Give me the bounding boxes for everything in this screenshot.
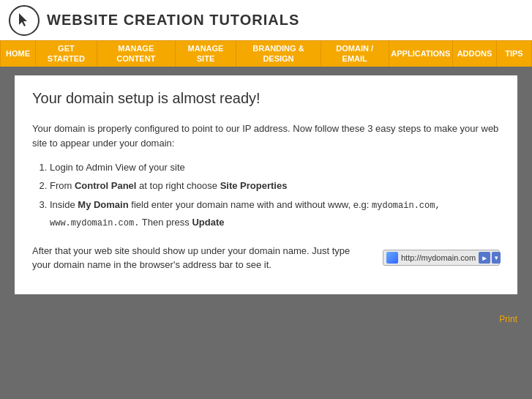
step-2-bold-1: Control Panel xyxy=(75,180,137,191)
browser-address-bar[interactable]: http://mydomain.com ► ▼ xyxy=(383,250,500,266)
main-wrapper: Your domain setup is almost ready! Your … xyxy=(0,67,532,309)
step-3-bold-1: My Domain xyxy=(78,199,128,210)
browser-go-button[interactable]: ► xyxy=(479,252,490,264)
browser-dropdown-button[interactable]: ▼ xyxy=(492,252,501,264)
browser-bar-icon xyxy=(386,252,398,264)
browser-bar-buttons: ► ▼ xyxy=(479,252,501,264)
browser-bar-url[interactable]: http://mydomain.com xyxy=(401,253,476,262)
step-3-bold-2: Update xyxy=(192,217,224,228)
print-link[interactable]: Print xyxy=(499,314,517,324)
footer-bar: Print xyxy=(0,309,532,329)
step-3-code-1: mydomain.com, xyxy=(372,201,441,211)
nav-item-addons[interactable]: ADDONS xyxy=(453,41,497,67)
step-2-bold-2: Site Properties xyxy=(220,180,288,191)
nav-item-get-started[interactable]: GET STARTED xyxy=(36,41,97,67)
nav-item-manage-site[interactable]: MANAGE SITE xyxy=(176,41,236,67)
after-text: After that your web site should show up … xyxy=(32,244,368,272)
site-header: WEBSITE CREATION TUTORIALS xyxy=(0,0,532,40)
nav-item-tips[interactable]: TIPS xyxy=(497,41,532,67)
nav-item-domain-email[interactable]: DOMAIN / EMAIL xyxy=(321,41,389,67)
after-section: After that your web site should show up … xyxy=(32,244,500,272)
step-3-text: Inside My Domain field enter your domain… xyxy=(50,199,441,228)
nav-item-applications[interactable]: APPLICATIONS xyxy=(389,41,453,67)
nav-item-home[interactable]: HOME xyxy=(0,41,36,67)
logo-icon xyxy=(9,5,40,36)
list-item: Login to Admin View of your site xyxy=(50,159,500,176)
site-title: WEBSITE CREATION TUTORIALS xyxy=(47,12,299,29)
nav-item-manage-content[interactable]: MANAGE CONTENT xyxy=(97,41,176,67)
step-1-text: Login to Admin View of your site xyxy=(50,162,185,173)
main-nav: HOME GET STARTED MANAGE CONTENT MANAGE S… xyxy=(0,40,532,67)
content-box: Your domain setup is almost ready! Your … xyxy=(15,75,517,294)
list-item: From Control Panel at top right choose S… xyxy=(50,177,500,194)
step-2-text: From Control Panel at top right choose S… xyxy=(50,180,287,191)
step-3-code-2: www.mydomain.com. xyxy=(50,218,139,228)
nav-item-branding[interactable]: BRANDING & DESIGN xyxy=(236,41,321,67)
list-item: Inside My Domain field enter your domain… xyxy=(50,196,500,232)
steps-list: Login to Admin View of your site From Co… xyxy=(50,159,500,232)
page-heading: Your domain setup is almost ready! xyxy=(32,90,500,107)
intro-text: Your domain is properly configured to po… xyxy=(32,122,500,150)
